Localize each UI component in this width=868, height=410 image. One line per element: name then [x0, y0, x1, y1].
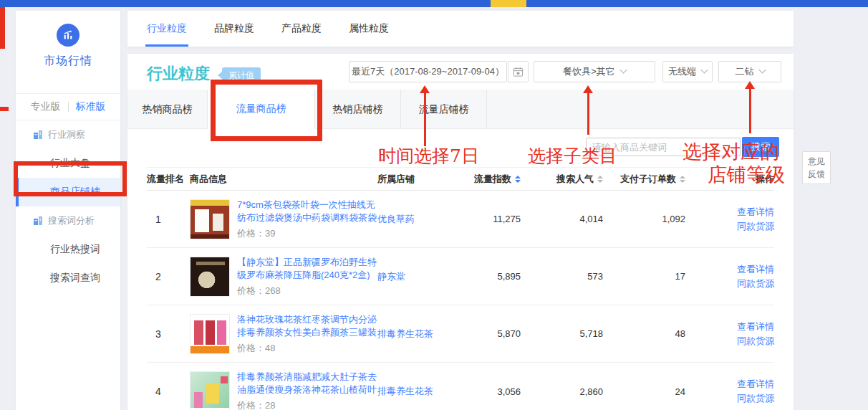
product-image[interactable] [190, 371, 230, 410]
page: 市场行情 专业版 标准版 行业洞察 行业大盘 商品店铺榜 搜索词分析 行业热搜词… [0, 0, 868, 410]
table-row: 2【静东堂】正品新疆罗布泊野生特级罗布麻茶降压降脂(240克*2盒)价格：268… [147, 248, 774, 305]
table-row: 3洛神花玫瑰花茶红枣茶调节内分泌排毒养颜茶女性美白养颜茶三罐装价格：48排毒养生… [147, 305, 774, 363]
app-title: 市场行情 [16, 54, 120, 69]
sidebar-section-label: 行业洞察 [48, 128, 85, 141]
page-title: 行业粒度 [147, 63, 210, 85]
product-price: 价格：48 [237, 342, 377, 355]
calendar-button[interactable] [508, 61, 529, 82]
header-paid-sub-orders: 支付子订单数 [603, 173, 685, 186]
feedback-line2: 反馈 [803, 168, 830, 181]
product-image[interactable] [190, 199, 230, 239]
sort-search-popularity[interactable] [597, 176, 603, 183]
category-dropdown[interactable]: 餐饮具>其它 [534, 61, 655, 82]
paid-sub-orders-value: 24 [603, 386, 685, 397]
terminal-dropdown[interactable]: 无线端 [662, 61, 713, 82]
paid-sub-orders-value: 17 [603, 271, 685, 282]
product-price: 价格：39 [237, 227, 377, 240]
calendar-icon [513, 67, 524, 77]
table-header-row: 流量排名 商品信息 所属店铺 流量指数 搜索人气 支付子订单数 操作 [147, 167, 774, 191]
search-popularity-value: 4,014 [521, 214, 603, 224]
tab-standard-version[interactable]: 标准版 [76, 100, 106, 113]
tab-hot-shop-rank[interactable]: 热销店铺榜 [315, 90, 401, 129]
product-price: 价格：268 [237, 285, 377, 297]
feedback-line1: 意见 [803, 155, 830, 168]
table-row: 17*9cm茶包袋茶叶袋一次性抽线无纺布过滤袋煲汤中药袋调料袋茶袋价格：39优良… [147, 191, 774, 248]
shop-level-dropdown[interactable]: 二钻 [718, 61, 781, 82]
rank-tab-bar: 热销商品榜 流量商品榜 热销店铺榜 流量店铺榜 [127, 90, 794, 129]
sidebar-item-search-word-query[interactable]: 搜索词查询 [16, 264, 120, 292]
version-divider [68, 102, 69, 112]
header-product-info: 商品信息 [190, 173, 377, 186]
shop-link[interactable]: 排毒养生花茶 [377, 386, 433, 396]
sidebar-section-search-analysis[interactable]: 搜索词分析 [16, 206, 120, 235]
annotation-left-red-strip [0, 7, 5, 49]
search-popularity-value: 5,718 [521, 328, 603, 339]
traffic-index-value: 5,870 [456, 328, 521, 339]
tab-pro-version[interactable]: 专业版 [31, 100, 61, 113]
granularity-tab-bar: 行业粒度 品牌粒度 产品粒度 属性粒度 [127, 11, 794, 47]
tab-brand-granularity[interactable]: 品牌粒度 [214, 11, 254, 47]
product-title-link[interactable]: 排毒养颜茶清脂减肥减大肚子茶去油脂通便瘦身茶洛神花茶山楂荷叶 [237, 371, 377, 396]
sort-traffic-index[interactable] [515, 176, 521, 183]
search-popularity-value: 2,860 [521, 386, 603, 397]
top-bar-yellow-segment [491, 0, 526, 7]
rank-cell: 1 [147, 214, 190, 225]
same-supply-link[interactable]: 同款货源 [737, 278, 774, 290]
shop-link[interactable]: 排毒养生花茶 [377, 328, 433, 339]
view-detail-link[interactable]: 查看详情 [737, 206, 774, 218]
paid-sub-orders-value: 1,092 [603, 214, 685, 224]
market-logo-icon [57, 24, 79, 47]
shop-link[interactable]: 静东堂 [377, 271, 405, 282]
view-detail-link[interactable]: 查看详情 [737, 264, 774, 275]
main-panel: 行业粒度 累计值 最近7天（2017-08-29~2017-09-04） 餐饮具… [127, 54, 794, 410]
rank-cell: 2 [147, 271, 190, 282]
traffic-index-value: 11,275 [456, 214, 521, 224]
tab-attribute-granularity[interactable]: 属性粒度 [349, 11, 389, 47]
building-icon [33, 130, 43, 140]
sidebar-item-hot-search-words[interactable]: 行业热搜词 [16, 235, 120, 264]
same-supply-link[interactable]: 同款货源 [737, 335, 774, 347]
building-icon [33, 216, 43, 226]
table-row: 4排毒养颜茶清脂减肥减大肚子茶去油脂通便瘦身茶洛神花茶山楂荷叶价格：28排毒养生… [147, 363, 774, 410]
search-popularity-value: 573 [521, 271, 603, 282]
sidebar-header: 市场行情 [16, 24, 120, 94]
sidebar-item-industry-overview[interactable]: 行业大盘 [16, 149, 120, 178]
shop-link[interactable]: 优良草药 [377, 214, 415, 224]
tab-hot-product-rank[interactable]: 热销商品榜 [127, 90, 208, 129]
tab-industry-granularity[interactable]: 行业粒度 [147, 11, 187, 47]
same-supply-link[interactable]: 同款货源 [737, 393, 774, 404]
date-range-label: 最近7天（2017-08-29~2017-09-04） [352, 65, 504, 78]
header-action: 操作 [685, 173, 774, 186]
shop-level-dropdown-label: 二钻 [736, 65, 754, 78]
annotation-left-red-mark [0, 107, 9, 111]
product-image[interactable] [190, 257, 230, 297]
search-button[interactable]: 搜索 [742, 137, 779, 157]
same-supply-link[interactable]: 同款货源 [737, 221, 774, 232]
sidebar: 市场行情 专业版 标准版 行业洞察 行业大盘 商品店铺榜 搜索词分析 行业热搜词… [16, 11, 120, 410]
product-title-link[interactable]: 7*9cm茶包袋茶叶袋一次性抽线无纺布过滤袋煲汤中药袋调料袋茶袋 [237, 199, 377, 224]
chevron-down-icon [758, 66, 766, 73]
view-detail-link[interactable]: 查看详情 [737, 378, 774, 390]
sort-paid-sub-orders[interactable] [680, 176, 685, 183]
date-range-picker[interactable]: 最近7天（2017-08-29~2017-09-04） [349, 61, 507, 82]
traffic-index-value: 5,895 [456, 271, 521, 282]
keyword-search-input[interactable] [586, 138, 741, 156]
paid-sub-orders-value: 48 [603, 328, 685, 339]
header-traffic-index: 流量指数 [456, 173, 521, 186]
tab-traffic-shop-rank[interactable]: 流量店铺榜 [401, 90, 487, 129]
tab-traffic-product-rank[interactable]: 流量商品榜 [208, 90, 315, 129]
product-title-link[interactable]: 【静东堂】正品新疆罗布泊野生特级罗布麻茶降压降脂(240克*2盒) [237, 256, 377, 282]
sidebar-section-label: 搜索词分析 [48, 214, 95, 227]
product-title-link[interactable]: 洛神花玫瑰花茶红枣茶调节内分泌排毒养颜茶女性美白养颜茶三罐装 [237, 313, 377, 339]
header-search-popularity: 搜索人气 [521, 173, 603, 186]
product-image[interactable] [190, 314, 230, 354]
header-traffic-rank: 流量排名 [147, 173, 190, 186]
sidebar-item-product-shop-rank[interactable]: 商品店铺榜 [16, 178, 120, 206]
cumulative-badge: 累计值 [222, 67, 261, 84]
view-detail-link[interactable]: 查看详情 [737, 321, 774, 333]
tab-product-granularity[interactable]: 产品粒度 [281, 11, 322, 47]
top-bar [0, 0, 868, 7]
sidebar-section-industry-insight[interactable]: 行业洞察 [16, 120, 120, 149]
feedback-widget[interactable]: 意见 反馈 [802, 151, 831, 184]
product-price: 价格：28 [237, 399, 377, 410]
